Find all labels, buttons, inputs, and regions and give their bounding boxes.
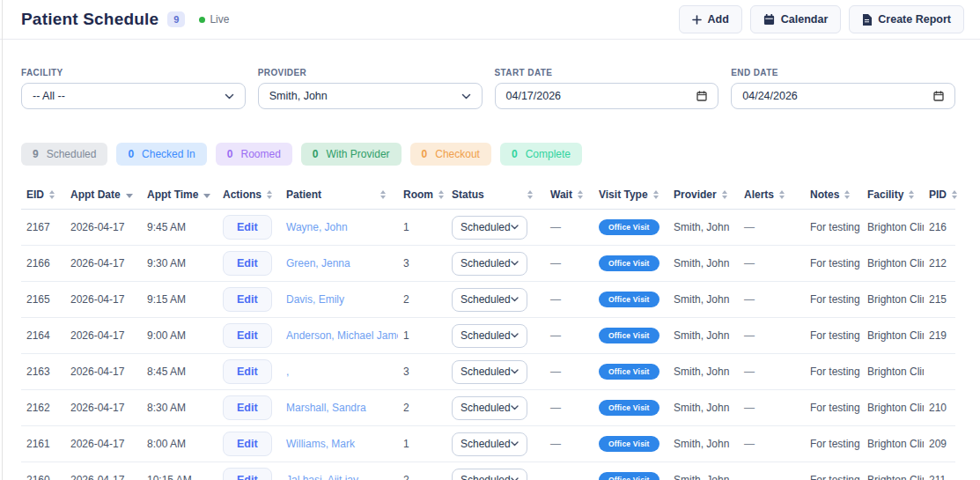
filter-field[interactable]: Smith, John	[258, 83, 483, 109]
column-header[interactable]: Alerts	[739, 188, 805, 201]
cell-facility: Brighton Clinic	[862, 257, 924, 270]
column-header[interactable]: Appt Date	[65, 188, 142, 201]
status-pill[interactable]: 0 Checkout	[410, 143, 491, 166]
patient-link[interactable]: Green, Jenna	[286, 257, 350, 270]
status-select-value: Scheduled	[461, 293, 511, 306]
column-header[interactable]: Facility	[862, 188, 924, 201]
cell-alerts: —	[739, 293, 805, 306]
filter-field[interactable]: 04/24/2026	[731, 83, 955, 109]
sort-icon	[722, 190, 727, 199]
cell-eid: 2161	[21, 438, 65, 450]
edit-button[interactable]: Edit	[223, 251, 272, 276]
cell-pid: 209	[924, 438, 955, 450]
cell-visit-type: Office Visit	[593, 400, 668, 416]
column-header[interactable]: PID	[924, 188, 957, 201]
column-header-label: Provider	[674, 188, 717, 201]
patient-link[interactable]: ,	[286, 366, 289, 378]
patient-link[interactable]: Wayne, John	[286, 221, 348, 233]
status-select[interactable]: Scheduled	[452, 288, 527, 312]
cell-visit-type: Office Visit	[593, 219, 668, 235]
edit-button[interactable]: Edit	[223, 395, 272, 420]
date-picker-icon[interactable]	[696, 91, 707, 101]
cell-eid: 2165	[21, 293, 65, 306]
create-report-button[interactable]: Create Report	[849, 5, 964, 33]
cell-provider: Smith, John	[668, 329, 739, 342]
status-pill[interactable]: 0 Checked In	[116, 143, 206, 166]
chevron-down-icon	[511, 225, 519, 230]
status-pill-count: 0	[128, 148, 134, 160]
cell-eid: 2166	[21, 257, 65, 270]
column-header-label: Room	[403, 188, 433, 201]
cell-provider: Smith, John	[668, 221, 739, 233]
visit-type-badge: Office Visit	[599, 292, 659, 307]
column-header-label: Alerts	[744, 188, 774, 201]
report-file-icon	[862, 14, 872, 26]
filter-field[interactable]: 04/17/2026	[495, 83, 719, 109]
patient-link[interactable]: Marshall, Sandra	[286, 402, 366, 414]
edit-button[interactable]: Edit	[223, 468, 272, 480]
cell-actions: Edit	[217, 287, 281, 312]
filter-field[interactable]: -- All --	[21, 83, 246, 109]
cell-notes: For testing	[805, 221, 862, 233]
status-select-value: Scheduled	[461, 366, 511, 378]
cell-facility: Brighton Clinic	[862, 402, 924, 414]
status-select[interactable]: Scheduled	[452, 360, 527, 384]
chevron-down-icon	[511, 441, 519, 447]
cell-appt-date: 2026-04-17	[65, 221, 142, 233]
filter-label: FACILITY	[21, 68, 246, 78]
visit-type-badge: Office Visit	[599, 400, 659, 416]
patient-link[interactable]: Jal.hasi, Ajit.jay	[286, 474, 358, 480]
column-header[interactable]: Wait	[545, 188, 593, 201]
status-pill[interactable]: 9 Scheduled	[21, 143, 107, 166]
column-header[interactable]: Status	[446, 188, 545, 201]
chevron-down-icon	[511, 333, 519, 338]
status-pill[interactable]: 0 Complete	[500, 143, 582, 166]
cell-appt-time: 9:00 AM	[142, 329, 217, 342]
cell-room: 1	[398, 438, 446, 450]
add-button[interactable]: Add	[679, 5, 742, 33]
status-select[interactable]: Scheduled	[452, 252, 527, 276]
status-select[interactable]: Scheduled	[452, 432, 527, 456]
column-header[interactable]: EID	[21, 188, 65, 201]
column-header[interactable]: Actions	[217, 188, 281, 201]
column-header[interactable]: Visit Type	[593, 188, 668, 201]
date-picker-icon[interactable]	[933, 91, 944, 101]
status-select[interactable]: Scheduled	[452, 324, 527, 348]
column-header-label: Notes	[810, 188, 839, 201]
edit-button[interactable]: Edit	[223, 359, 272, 384]
column-header[interactable]: Patient	[281, 188, 398, 201]
cell-visit-type: Office Visit	[593, 472, 668, 480]
column-header[interactable]: Appt Time	[142, 188, 217, 201]
status-pill-count: 0	[313, 148, 319, 160]
status-pill-count: 0	[227, 148, 233, 160]
cell-patient: Green, Jenna	[281, 257, 398, 270]
edit-button[interactable]: Edit	[223, 323, 272, 348]
filter-value: 04/17/2026	[506, 90, 562, 102]
edit-button[interactable]: Edit	[223, 215, 272, 240]
status-select-value: Scheduled	[461, 474, 511, 480]
status-pill[interactable]: 0 Roomed	[216, 143, 292, 166]
patient-link[interactable]: Davis, Emily	[286, 293, 344, 306]
status-pill[interactable]: 0 With Provider	[301, 143, 402, 166]
filter-group: PROVIDER Smith, John	[258, 68, 483, 109]
status-select[interactable]: Scheduled	[452, 469, 527, 480]
patient-link[interactable]: Williams, Mark	[286, 438, 355, 450]
column-header[interactable]: Provider	[668, 188, 739, 201]
patient-link[interactable]: Anderson, Michael James	[286, 329, 398, 342]
calendar-button[interactable]: Calendar	[750, 5, 842, 33]
column-header-label: Visit Type	[599, 188, 648, 201]
column-header[interactable]: Room	[398, 188, 446, 201]
status-select[interactable]: Scheduled	[452, 216, 527, 240]
visit-type-badge: Office Visit	[599, 255, 659, 271]
cell-actions: Edit	[217, 323, 281, 348]
cell-notes: For testing	[805, 402, 862, 414]
column-header[interactable]: Notes	[805, 188, 862, 201]
cell-status: Scheduled	[446, 324, 545, 348]
cell-room: 1	[398, 221, 446, 233]
edit-button[interactable]: Edit	[223, 432, 272, 456]
status-select[interactable]: Scheduled	[452, 396, 527, 420]
cell-wait: —	[545, 293, 593, 306]
edit-button[interactable]: Edit	[223, 287, 272, 312]
column-header-label: Appt Time	[147, 188, 198, 201]
cell-visit-type: Office Visit	[593, 364, 668, 380]
